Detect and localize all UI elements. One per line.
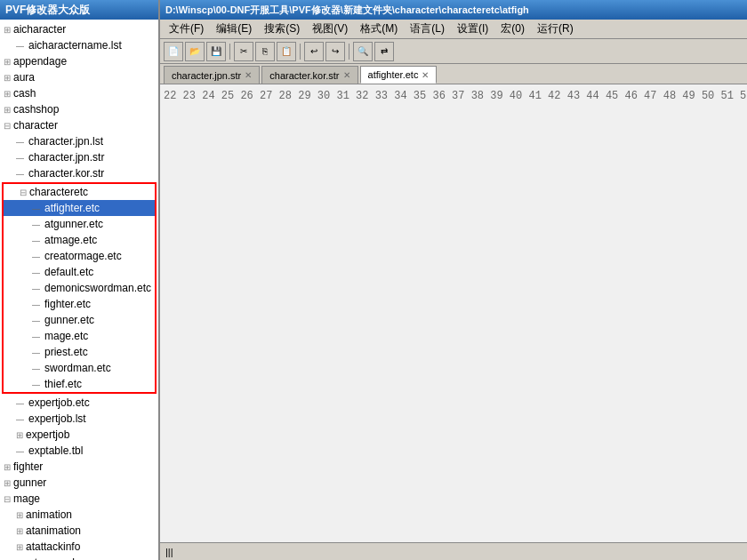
tree-item-atgunner[interactable]: —atgunner.etc — [4, 216, 155, 232]
tree-item-gunner[interactable]: —gunner.etc — [4, 312, 155, 328]
tree-item-label-expertjob-etc: expertjob.etc — [28, 396, 90, 409]
tab-close-atfighter-etc[interactable]: ✕ — [422, 70, 429, 80]
tree-item-label-priest: priest.etc — [44, 346, 88, 358]
tree-item-label-thief: thief.etc — [44, 378, 82, 390]
toolbar-save-btn[interactable]: 💾 — [206, 42, 226, 61]
toolbar-cut-btn[interactable]: ✂ — [234, 42, 253, 61]
tree-item-gunner-folder[interactable]: ⊞gunner — [0, 475, 158, 491]
tree-item-creatormage[interactable]: —creatormage.etc — [4, 248, 155, 264]
menu-item-e[interactable]: 编辑(E) — [211, 20, 257, 38]
file-icon: — — [32, 282, 42, 294]
tree-item-animation[interactable]: ⊞animation — [0, 507, 158, 523]
folder-closed-icon: ⊞ — [4, 87, 11, 100]
menu-item-i[interactable]: 设置(I) — [452, 20, 494, 38]
file-icon: — — [16, 556, 26, 560]
file-icon: — — [32, 378, 42, 390]
tree-item-mage-folder[interactable]: ⊟mage — [0, 491, 158, 507]
file-icon: — — [32, 346, 42, 358]
menu-item-l[interactable]: 语言(L) — [405, 20, 450, 38]
file-icon: — — [16, 444, 26, 457]
tree-item-label-characteretc: characteretc — [29, 186, 88, 198]
tree-item-aicharacter[interactable]: ⊞aicharacter — [0, 21, 158, 37]
folder-closed-icon: ⊞ — [4, 23, 11, 36]
characteretc-highlight-box: ⊟characteretc—atfighter.etc—atgunner.etc… — [2, 182, 157, 394]
folder-closed-icon: ⊞ — [16, 540, 23, 553]
menu-item-s[interactable]: 搜索(S) — [259, 20, 305, 38]
toolbar-open-btn[interactable]: 📂 — [185, 42, 205, 61]
tree-item-label-expertjob-folder: expertjob — [26, 428, 69, 441]
folder-closed-icon: ⊞ — [4, 71, 11, 84]
tree-item-swordman[interactable]: —swordman.etc — [4, 360, 155, 376]
toolbar-find-btn[interactable]: 🔍 — [353, 42, 373, 61]
tab-atfighter-etc[interactable]: atfighter.etc✕ — [360, 66, 438, 84]
menu-item-[interactable]: 宏(0) — [495, 20, 530, 38]
left-panel: PVF修改器大众版 ⊞aicharacter—aicharactername.l… — [0, 0, 160, 560]
tab-close-char-jpn-str[interactable]: ✕ — [245, 70, 252, 80]
tree-item-label-fighter-folder: fighter — [13, 460, 43, 473]
tree-item-label-fighter: fighter.etc — [44, 298, 91, 310]
tree-item-label-atgunner: atgunner.etc — [44, 218, 103, 230]
tree-item-label-cash: cash — [13, 87, 36, 100]
tree-item-thief[interactable]: —thief.etc — [4, 376, 155, 392]
tree-item-label-creatormage: creatormage.etc — [44, 250, 122, 262]
tree-item-label-appendage: appendage — [13, 55, 67, 68]
tree-item-atmage-chr[interactable]: —atmage.chr — [0, 555, 158, 560]
toolbar-copy-btn[interactable]: ⎘ — [255, 42, 275, 61]
menu-item-m[interactable]: 格式(M) — [355, 20, 403, 38]
toolbar-replace-btn[interactable]: ⇄ — [374, 42, 394, 61]
tree-item-appendage[interactable]: ⊞appendage — [0, 53, 158, 69]
tab-close-char-kor-str[interactable]: ✕ — [343, 70, 350, 80]
toolbar-paste-btn[interactable]: 📋 — [277, 42, 296, 61]
toolbar-undo-btn[interactable]: ↩ — [304, 42, 324, 61]
menu-item-r[interactable]: 运行(R) — [532, 20, 579, 38]
tree-item-expertjob-lst[interactable]: —expertjob.lst — [0, 411, 158, 427]
tree-item-fighter-folder[interactable]: ⊞fighter — [0, 459, 158, 475]
tree-item-priest[interactable]: —priest.etc — [4, 344, 155, 360]
tree-item-aicharactername[interactable]: —aicharactername.lst — [0, 37, 158, 53]
tree-item-cashshop[interactable]: ⊞cashshop — [0, 101, 158, 117]
tree-item-fighter[interactable]: —fighter.etc — [4, 296, 155, 312]
folder-closed-icon: ⊞ — [16, 508, 23, 521]
right-title-path: D:\Winscp\00-DNF开服工具\PVF修改器\新建文件夹\charac… — [165, 4, 529, 17]
tree-item-atfighter[interactable]: —atfighter.etc — [4, 200, 155, 216]
toolbar-redo-btn[interactable]: ↪ — [325, 42, 345, 61]
tree-item-demonicswordman[interactable]: —demonicswordman.etc — [4, 280, 155, 296]
bottom-bar: ||| — [160, 542, 747, 560]
file-icon: — — [16, 412, 26, 425]
folder-closed-icon: ⊞ — [16, 428, 23, 441]
tree-item-label-expertjob-lst: expertjob.lst — [28, 412, 86, 425]
toolbar-new-btn[interactable]: 📄 — [164, 42, 183, 61]
toolbar-sep-1 — [229, 44, 230, 60]
tree-item-default[interactable]: —default.etc — [4, 264, 155, 280]
tree-item-label-default: default.etc — [44, 266, 93, 278]
tab-label-char-kor-str: character.kor.str — [269, 70, 339, 81]
file-tree: ⊞aicharacter—aicharactername.lst⊞appenda… — [0, 20, 158, 560]
tree-item-aura[interactable]: ⊞aura — [0, 69, 158, 85]
tree-item-label-character: character — [13, 119, 58, 132]
file-icon: — — [16, 135, 26, 148]
menu-item-v[interactable]: 视图(V) — [307, 20, 353, 38]
tree-item-atattackinfo[interactable]: ⊞atattackinfo — [0, 539, 158, 555]
tree-item-label-atmage-chr: atmage.chr — [28, 556, 82, 560]
tree-item-char-kor-str[interactable]: —character.kor.str — [0, 165, 158, 181]
tree-item-atmage[interactable]: —atmage.etc — [4, 232, 155, 248]
status-text: ||| — [165, 547, 173, 557]
left-panel-title: PVF修改器大众版 — [0, 0, 158, 20]
tree-item-char-jpn-lst[interactable]: —character.jpn.lst — [0, 133, 158, 149]
menu-item-f[interactable]: 文件(F) — [164, 20, 209, 38]
tree-item-label-char-kor-str: character.kor.str — [28, 167, 104, 180]
tree-item-exptable[interactable]: —exptable.tbl — [0, 443, 158, 459]
tree-item-char-jpn-str[interactable]: —character.jpn.str — [0, 149, 158, 165]
file-icon: — — [16, 39, 26, 52]
tree-item-character[interactable]: ⊟character — [0, 117, 158, 133]
tree-item-mage[interactable]: —mage.etc — [4, 328, 155, 344]
tree-item-atanimation[interactable]: ⊞atanimation — [0, 523, 158, 539]
tree-item-cash[interactable]: ⊞cash — [0, 85, 158, 101]
tab-char-kor-str[interactable]: character.kor.str✕ — [261, 66, 357, 84]
right-title-bar: D:\Winscp\00-DNF开服工具\PVF修改器\新建文件夹\charac… — [160, 0, 747, 20]
file-icon: — — [32, 218, 42, 230]
tree-item-characteretc[interactable]: ⊟characteretc — [4, 184, 155, 200]
tab-char-jpn-str[interactable]: character.jpn.str✕ — [164, 66, 260, 84]
tree-item-expertjob-etc[interactable]: —expertjob.etc — [0, 395, 158, 411]
tree-item-expertjob-folder[interactable]: ⊞expertjob — [0, 427, 158, 443]
